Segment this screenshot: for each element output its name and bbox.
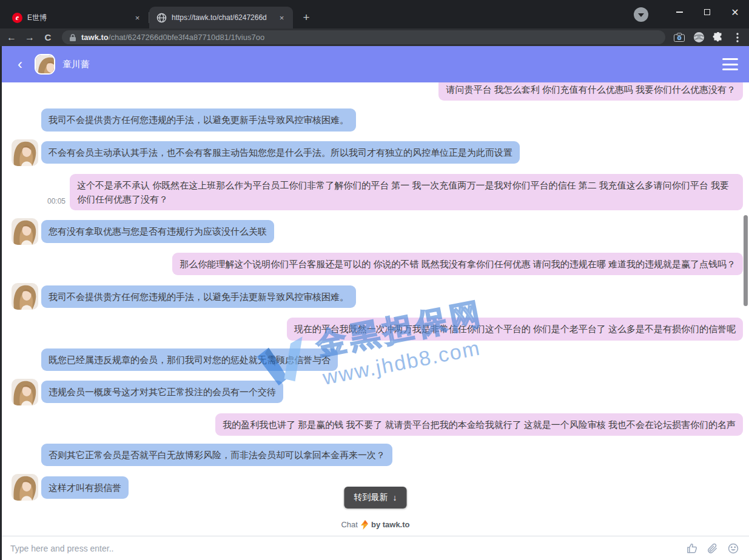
url-path: /chat/6247266d0bfe3f4a87710d81/1fvius7oo [109, 33, 264, 42]
lock-icon [69, 33, 76, 42]
extensions-puzzle-icon[interactable] [710, 30, 726, 45]
chat-back-button[interactable]: ‹ [13, 56, 27, 73]
chat-header: ‹ 童川蔷 [2, 46, 749, 82]
back-button[interactable]: ← [4, 30, 19, 45]
message-row: 违规会员一概废号这才对其它正常投注的会员有一个交待 [2, 379, 749, 405]
message-row: 我司不会提供贵方任何您违规的手法，以避免更新手法导致风控审核困难。 [2, 108, 749, 131]
agent-avatar [12, 283, 38, 310]
message-row: 既您已经属违反规章的会员，那们我司对您的惩处就无需顾虑信誉与否 [2, 348, 749, 371]
agent-avatar-image [12, 283, 38, 310]
agent-avatar-image [12, 379, 38, 405]
message-bubble: 现在的平台我既然一次冲两万我是非常信任你们这个平台的 你们是个老平台了 这么多是… [287, 318, 743, 340]
screenshot-extension-icon[interactable] [671, 30, 687, 45]
message-bubble: 那么你能理解这个说明你们平台客服还是可以的 你说的不错 既然我没有拿你们任何优惠… [172, 253, 743, 275]
tab-close-icon[interactable]: × [277, 13, 287, 23]
message-bubble: 违规会员一概废号这才对其它正常投注的会员有一个交待 [41, 381, 283, 403]
message-bubble: 这样才叫有损信誉 [41, 476, 129, 499]
arrow-down-icon: ↓ [393, 493, 397, 502]
message-row: 我司不会提供贵方任何您违规的手法，以避免手法更新导致风控审核困难。 [2, 283, 749, 310]
branding-by-label: by tawk.to [371, 520, 410, 529]
browser-tab-tawk[interactable]: https://tawk.to/chat/6247266d × [149, 7, 293, 28]
extension-globe-icon[interactable] [691, 30, 707, 45]
browser-tab-esb[interactable]: e E世博 × [5, 7, 149, 28]
message-row: 00:05这个不是承不承认 你既然在这上班那么作为平台员工你们非常了解你们的平台… [2, 174, 749, 211]
jump-to-latest-button[interactable]: 转到最新↓ [344, 487, 407, 508]
message-row: 不会有会员主动承认其手法，也不会有客服主动告知您您是什么手法。所以我司才有独立的… [2, 139, 749, 166]
tab-close-icon[interactable]: × [132, 13, 143, 23]
agent-name: 童川蔷 [62, 59, 715, 70]
message-row: 我的盈利我也讲了 那是赢的钱 我不要了 就请贵平台把我的本金给我就行了 这就是一… [2, 413, 749, 436]
minimize-button[interactable] [665, 0, 693, 24]
url-host: tawk.to [81, 33, 109, 42]
message-bubble: 我的盈利我也讲了 那是赢的钱 我不要了 就请贵平台把我的本金给我就行了 这就是一… [215, 413, 743, 436]
message-bubble: 这个不是承不承认 你既然在这上班那么作为平台员工你们非常了解你们的平台 第一 我… [70, 174, 743, 211]
chat-menu-icon[interactable] [722, 58, 738, 70]
message-row: 否则其它正常会员是否就平白无故博彩风险，而非法会员却可以拿回本金再来一次？ [2, 444, 749, 466]
message-timestamp: 00:05 [47, 197, 65, 210]
agent-avatar [12, 379, 38, 405]
agent-avatar [35, 54, 55, 75]
lightning-bolt-icon [361, 520, 368, 530]
message-row: 请问贵平台 我怎么套利 你们充值有什么优惠吗 我要你们什么优惠没有？ [2, 82, 749, 101]
agent-avatar-image [12, 139, 38, 166]
tawk-chat-page: ‹ 童川蔷 请问贵平台 我怎么套利 你们充值有什么优惠吗 我要你们什么优惠没有？… [0, 46, 749, 560]
message-bubble: 否则其它正常会员是否就平白无故博彩风险，而非法会员却可以拿回本金再来一次？ [41, 444, 392, 466]
thumbs-up-icon[interactable] [685, 541, 699, 556]
agent-avatar [12, 474, 38, 501]
browser-tab-strip: e E世博 × https://tawk.to/chat/6247266d × … [0, 0, 749, 28]
tab-title: https://tawk.to/chat/6247266d [172, 13, 272, 22]
message-row: 您有没有拿取优惠与您是否有违规行为应该没什么关联 [2, 218, 749, 245]
maximize-button[interactable] [693, 0, 721, 24]
scrollbar-thumb[interactable] [744, 215, 748, 306]
tawk-branding[interactable]: Chat by tawk.to [2, 513, 749, 536]
agent-avatar [12, 139, 38, 166]
agent-avatar-image [12, 474, 38, 501]
address-bar[interactable]: tawk.to/chat/6247266d0bfe3f4a87710d81/1f… [62, 30, 665, 44]
message-bubble: 我司不会提供贵方任何您违规的手法，以避免手法更新导致风控审核困难。 [41, 285, 356, 308]
chat-message-input[interactable] [10, 544, 679, 553]
message-row: 现在的平台我既然一次冲两万我是非常信任你们这个平台的 你们是个老平台了 这么多是… [2, 318, 749, 340]
message-row: 那么你能理解这个说明你们平台客服还是可以的 你说的不错 既然我没有拿你们任何优惠… [2, 253, 749, 275]
forward-button[interactable]: → [22, 30, 38, 45]
tab-title: E世博 [27, 13, 127, 23]
new-tab-button[interactable]: + [298, 9, 315, 26]
chat-input-bar [2, 536, 749, 560]
message-bubble: 既您已经属违反规章的会员，那们我司对您的惩处就无需顾虑信誉与否 [41, 348, 338, 371]
message-bubble: 请问贵平台 我怎么套利 你们充值有什么优惠吗 我要你们什么优惠没有？ [438, 82, 743, 101]
agent-avatar [12, 218, 38, 245]
message-bubble: 不会有会员主动承认其手法，也不会有客服主动告知您您是什么手法。所以我司才有独立的… [41, 141, 520, 164]
reload-button[interactable]: C [40, 30, 56, 45]
browser-menu-kebab-icon[interactable] [730, 30, 745, 45]
tab-search-icon[interactable] [634, 7, 648, 22]
close-window-button[interactable]: ✕ [721, 0, 749, 24]
esb-favicon-icon: e [12, 13, 22, 23]
message-list[interactable]: 请问贵平台 我怎么套利 你们充值有什么优惠吗 我要你们什么优惠没有？我司不会提供… [2, 82, 749, 513]
emoji-smiley-icon[interactable] [726, 541, 741, 556]
message-bubble: 我司不会提供贵方任何您违规的手法，以避免更新手法导致风控审核困难。 [41, 108, 356, 131]
branding-chat-label: Chat [341, 520, 357, 529]
globe-favicon-icon [156, 13, 167, 23]
agent-avatar-image [12, 218, 38, 245]
message-bubble: 您有没有拿取优惠与您是否有违规行为应该没什么关联 [41, 220, 274, 242]
agent-avatar-image [36, 55, 55, 75]
attachment-paperclip-icon[interactable] [705, 541, 720, 556]
caret-down-icon [638, 13, 644, 17]
browser-toolbar: ← → C tawk.to/chat/6247266d0bfe3f4a87710… [0, 28, 749, 46]
